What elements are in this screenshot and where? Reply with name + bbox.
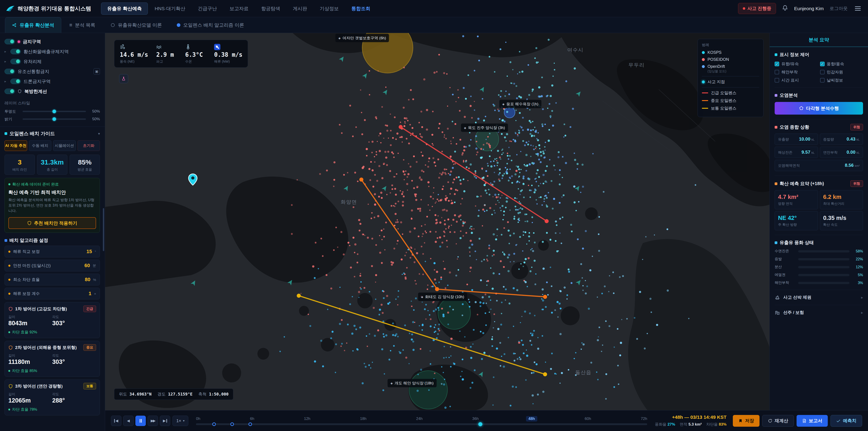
timeline-tick[interactable]: 6h [250, 417, 254, 421]
timeline-tick[interactable]: 60h [585, 417, 591, 421]
boom-guide-header[interactable]: 오일펜스 배치 가이드 ▾ [4, 130, 100, 137]
playhead[interactable] [478, 422, 483, 426]
pause-button[interactable] [135, 415, 146, 426]
timeline-tick[interactable]: 36h [472, 417, 478, 421]
report-button[interactable]: 보고서 [797, 415, 828, 427]
timeline-track[interactable] [196, 423, 647, 425]
timeline-tick[interactable]: 24h [416, 417, 423, 421]
checkbox[interactable] [775, 62, 779, 66]
tree-caret-icon[interactable]: ▸ [4, 59, 8, 63]
layer-toggle[interactable] [10, 49, 21, 54]
option-weather[interactable]: 날씨정보 [820, 78, 863, 83]
layer-toggle[interactable] [4, 39, 15, 44]
nav-item-reports[interactable]: 보고자료 [224, 3, 254, 14]
chevron-down-icon[interactable]: ▾ [98, 131, 100, 136]
nav-item-integrated-search[interactable]: 통합조회 [346, 3, 376, 14]
nav-item-board[interactable]: 게시판 [287, 3, 313, 14]
analysis-summary-tab[interactable]: 분석 요약 [770, 33, 868, 47]
notifications-button[interactable] [782, 5, 788, 12]
setting-dot-icon [8, 251, 10, 253]
defense-line-card-2[interactable]: 2차 방어선 (외해용 중형 포위형) 중요 길이 11180m 각도 303°… [4, 341, 100, 377]
timeline-tick[interactable]: 0h [196, 417, 200, 421]
section-title: 오염 종합 상황 [780, 124, 848, 130]
tab-analysis-list[interactable]: ≡ 분석 목록 [63, 17, 102, 33]
nav-item-rescue[interactable]: 긴급구난 [192, 3, 223, 14]
check-icon [836, 419, 841, 423]
option-sensitive[interactable]: 민감자원 [820, 69, 863, 75]
checkbox[interactable] [775, 78, 779, 83]
algo-row-min-efficiency[interactable]: 최소 차단 효율 80 % [4, 274, 100, 285]
mode-simulation-button[interactable]: 시뮬레이션 [53, 140, 76, 151]
defense-line-card-1[interactable]: 1차 방어선 (고강도 차단형) 긴급 길이 8043m 각도 303° 차단 … [4, 302, 100, 338]
option-wind[interactable]: 풍향/풍속 [820, 61, 863, 67]
checkbox[interactable] [775, 70, 779, 74]
timeline-event-marker[interactable] [230, 423, 234, 426]
section-title: 표시 정보 제어 [780, 52, 863, 58]
skip-start-button[interactable]: ◀ [111, 415, 121, 426]
building-icon [775, 310, 780, 315]
layer-toggle[interactable] [10, 59, 21, 64]
left-scrollbar[interactable] [103, 208, 104, 251]
brightness-slider[interactable] [23, 118, 86, 120]
tab-spill-analysis[interactable]: 유출유 확산분석 [5, 17, 61, 33]
timeline-event-marker[interactable] [212, 423, 216, 426]
checkbox[interactable] [820, 62, 825, 66]
layer-toggle[interactable] [4, 89, 15, 94]
app-title: 해양환경 위기대응 통합시스템 [18, 5, 91, 12]
metric-remaining: 해상잔존 9.57kL [775, 147, 818, 158]
apply-recommendation-button[interactable]: 추천 배치안 적용하기 [8, 217, 96, 229]
timeline-event-marker[interactable] [248, 423, 252, 426]
playback-speed-select[interactable]: 1× ▾ [173, 415, 188, 426]
layer-toggle[interactable] [10, 79, 21, 84]
tree-caret-icon[interactable]: ▸ [4, 50, 8, 54]
fast-forward-button[interactable]: ▶▶ [148, 415, 158, 426]
slider-thumb[interactable] [53, 117, 56, 121]
layer-options-icon[interactable]: ▣ [94, 68, 100, 74]
incident-status-button[interactable]: 사고 진행중 [738, 3, 776, 14]
opacity-slider[interactable] [23, 111, 86, 112]
timeline-tick[interactable]: 12h [304, 417, 310, 421]
prediction-button[interactable]: 예측치 [831, 415, 862, 427]
tree-caret-icon[interactable]: ▸ [4, 79, 8, 83]
save-button[interactable]: 저장 [733, 415, 760, 427]
dispersant-tool-button[interactable] [119, 74, 128, 83]
step-back-button[interactable]: ◀ [123, 415, 133, 426]
ship-specs-section[interactable]: 사고 선박 제원 ▸ [775, 290, 863, 305]
timeline-tick[interactable]: 72h [641, 417, 647, 421]
polygon-analysis-button[interactable]: 다각형 분석수행 [775, 102, 863, 115]
forecast-speed: 0.35 m/s 확산 속도 [820, 211, 863, 230]
option-current[interactable]: 유향/유속 [775, 61, 818, 67]
nav-item-aerial-search[interactable]: 항공탐색 [255, 3, 286, 14]
option-time[interactable]: 시간 표시 [775, 78, 818, 83]
algo-row-safety-margin[interactable]: 안전 마진 (도달시간) 60 분 [4, 260, 100, 271]
map-canvas[interactable]: 여수시 무두리 화양면 돌산읍 ◈여자만 갯벌보호구역 (6h) ◈웅포 해수욕… [105, 33, 770, 410]
algo-row-current-orthogonal[interactable]: 해류 직교 보정 15 ° [4, 246, 100, 257]
layer-toggle[interactable] [4, 69, 15, 74]
incident-pin-icon [188, 174, 198, 186]
mode-ai-auto-button[interactable]: AI 자동 추천 [4, 140, 27, 151]
containment-rate: 83% [719, 422, 726, 427]
tab-model-theory[interactable]: 유출유확산모델 이론 [103, 17, 169, 33]
timeline-tick[interactable]: 18h [360, 417, 366, 421]
checkbox[interactable] [820, 70, 825, 74]
recalculate-button[interactable]: 재계산 [762, 415, 794, 427]
map-base[interactable] [105, 33, 770, 410]
owner-insurance-section[interactable]: 선주 / 보험 ▸ [775, 305, 863, 320]
mode-reset-button[interactable]: 초기화 [78, 140, 100, 151]
place-label: 무두리 [628, 62, 645, 68]
defense-line-card-3[interactable]: 3차 방어선 (연안 경량형) 보통 길이 12065m 각도 288° 차단 … [4, 379, 100, 415]
nav-item-weather[interactable]: 기상정보 [314, 3, 345, 14]
nav-item-spill-forecast[interactable]: 유출유 확산예측 [101, 2, 148, 15]
algo-row-current-coefficient[interactable]: 해류 보정 계수 1 × [4, 288, 100, 300]
checkbox[interactable] [820, 78, 825, 83]
skip-end-button[interactable]: ▶ [160, 415, 170, 426]
option-stranding[interactable]: 해안부착 [775, 69, 818, 75]
mode-manual-button[interactable]: 수동 배치 [29, 140, 52, 151]
timeline-tick-active[interactable]: 48h [526, 416, 537, 422]
tab-boom-algorithm-theory[interactable]: 오일펜스 배치 알고리즘 이론 [170, 17, 251, 33]
recommendation-card: 확산 예측 데이터 준비 완료 확산 예측 기반 최적 배치안 확산 예측을 분… [4, 178, 100, 233]
menu-button[interactable] [854, 5, 862, 12]
logout-button[interactable]: 로그아웃 [830, 5, 848, 11]
slider-thumb[interactable] [53, 110, 56, 113]
nav-item-hns[interactable]: HNS·대기확산 [149, 3, 191, 14]
